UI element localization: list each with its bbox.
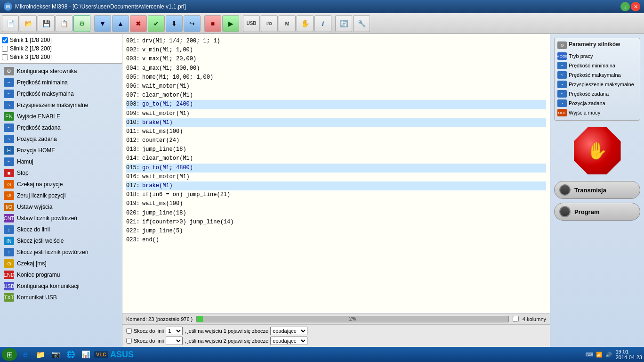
code-line-14[interactable]: 015:go_to(M1; 4800): [126, 164, 546, 173]
line-code-19: jump_line(18): [142, 209, 186, 218]
cmd-item-7[interactable]: HPozycja HOME: [2, 145, 120, 156]
cmd-item-16[interactable]: ↑Skocz jeśli licznik powtórzeń: [2, 247, 120, 258]
code-line-3[interactable]: 004:a_max(M1; 300,00): [126, 64, 546, 73]
task3-icon[interactable]: 📷: [49, 348, 62, 361]
param-tryb[interactable]: MODE Tryb pracy: [557, 51, 637, 61]
code-line-6[interactable]: 007:clear_motor(M1): [126, 91, 546, 100]
cmd-item-14[interactable]: ↕Skocz do linii: [2, 224, 120, 235]
code-line-18[interactable]: 019:wait_ms(100): [126, 199, 546, 208]
code-line-11[interactable]: 012:counter(24): [126, 136, 546, 145]
jump-1-edge-select[interactable]: opadające narastające: [270, 327, 307, 335]
browser-icon[interactable]: 🌐: [64, 348, 77, 361]
stop-sq-button[interactable]: ■: [204, 15, 221, 32]
cmd-item-6[interactable]: ~Pozycja zadana: [2, 133, 120, 145]
code-line-10[interactable]: 011:wait_ms(100): [126, 127, 546, 136]
cmd-item-5[interactable]: ~Prędkość zadana: [2, 122, 120, 133]
code-line-21[interactable]: 022:jump_line(5): [126, 227, 546, 236]
code-line-19[interactable]: 020:jump_line(18): [126, 209, 546, 218]
code-line-5[interactable]: 006:wait_motor(M1): [126, 82, 546, 91]
code-line-17[interactable]: 018:if(in6 = on) jump_line(21): [126, 190, 546, 199]
settings-button[interactable]: 🔧: [353, 15, 370, 32]
play-button[interactable]: ▶: [222, 15, 239, 32]
param-amax[interactable]: ~ Przyspieszenie maksymalne: [557, 80, 637, 89]
code-line-13[interactable]: 014:clear_motor(M1): [126, 154, 546, 163]
cmd-item-0[interactable]: ⚙Konfiguracja sterownika: [2, 66, 120, 77]
start-button[interactable]: ⊞: [2, 348, 17, 361]
open-button[interactable]: 📂: [20, 15, 37, 32]
cmd-item-18[interactable]: ENDKoniec programu: [2, 269, 120, 280]
cmd-item-20[interactable]: TXTKomunikat USB: [2, 292, 120, 303]
cmd-item-15[interactable]: INSkocz jeśli wejście: [2, 235, 120, 247]
param-vmax[interactable]: ~ Prędkość maksymalna: [557, 70, 637, 80]
code-line-7[interactable]: 008:go_to(M1; 2400): [126, 100, 546, 109]
new-button[interactable]: 📄: [2, 15, 19, 32]
close-button[interactable]: ✕: [631, 2, 640, 11]
jump-2-line-select[interactable]: [166, 337, 183, 345]
cmd-item-2[interactable]: ~Prędkość maksymalna: [2, 88, 120, 99]
usb-button[interactable]: USB: [243, 15, 260, 32]
info-button[interactable]: i: [314, 15, 331, 32]
stop-red-button[interactable]: ✖: [130, 15, 147, 32]
motor-3-checkbox[interactable]: [2, 54, 8, 60]
arrow-up-button[interactable]: ▲: [112, 15, 129, 32]
save-button[interactable]: 💾: [38, 15, 55, 32]
columns-checkbox[interactable]: [513, 316, 519, 322]
param-out[interactable]: OUT Wyjścia mocy: [557, 108, 637, 117]
code-line-9[interactable]: 010:brake(M1): [126, 118, 546, 127]
param-vset[interactable]: ~ Prędkość zadana: [557, 89, 637, 99]
emergency-stop-button[interactable]: ✋: [574, 127, 621, 174]
code-line-22[interactable]: 023:end(): [126, 236, 546, 245]
arrow-down-button[interactable]: ▼: [94, 15, 111, 32]
cmd-item-4[interactable]: ENWyjście ENABLE: [2, 111, 120, 122]
program-button[interactable]: Program: [554, 203, 640, 221]
ie-icon[interactable]: e: [19, 348, 32, 361]
cmd-item-1[interactable]: ~Prędkość minimalna: [2, 77, 120, 88]
cmd-item-8[interactable]: ~Hamuj: [2, 156, 120, 167]
jump-2-checkbox[interactable]: [126, 338, 132, 344]
task5-icon[interactable]: 📊: [79, 348, 92, 361]
param-vmin[interactable]: ~ Prędkość minimalna: [557, 61, 637, 70]
hand-button[interactable]: ✋: [297, 15, 314, 32]
save-as-button[interactable]: 📋: [56, 15, 72, 32]
cmd-label-4: Wyjście ENABLE: [17, 113, 60, 120]
jump-1-checkbox[interactable]: [126, 328, 132, 334]
download-button[interactable]: ⬇: [166, 15, 183, 32]
code-line-20[interactable]: 021:if(counter>0) jump_line(14): [126, 218, 546, 227]
motor-button[interactable]: M: [279, 15, 296, 32]
transmisja-button[interactable]: Transmisja: [554, 181, 640, 199]
minimize-button[interactable]: ↓: [620, 2, 630, 11]
cmd-item-12[interactable]: I/OUstaw wyjścia: [2, 201, 120, 213]
right-panel: ⚙ Parametry silników MODE Tryb pracy ~ P…: [550, 34, 644, 347]
upload-button[interactable]: ↪: [184, 15, 201, 32]
check-button[interactable]: ✔: [148, 15, 165, 32]
param-pos[interactable]: ~ Pozycja zadana: [557, 99, 637, 108]
cmd-item-3[interactable]: ~Przyspieszenie maksymalne: [2, 99, 120, 111]
code-line-8[interactable]: 009:wait_motor(M1): [126, 109, 546, 118]
program-indicator: [559, 206, 571, 217]
cmd-item-17[interactable]: ⊙Czekaj [ms]: [2, 258, 120, 269]
cmd-item-19[interactable]: USBKonfiguracja komunikacji: [2, 280, 120, 292]
cmd-item-10[interactable]: ⊙Czekaj na pozycje: [2, 179, 120, 190]
line-code-7: go_to(M1; 2400): [142, 100, 193, 109]
code-line-12[interactable]: 013:jump_line(18): [126, 145, 546, 154]
cmd-item-9[interactable]: ■Stop: [2, 167, 120, 179]
explorer-icon[interactable]: 📁: [34, 348, 47, 361]
jump-2-edge-select[interactable]: opadające narastające: [270, 337, 307, 345]
cmd-icon-8: ~: [4, 157, 14, 166]
code-line-2[interactable]: 003:v_max(M1; 20,00): [126, 55, 546, 64]
refresh-button[interactable]: 🔄: [335, 15, 352, 32]
cmd-item-11[interactable]: ↺Zeruj licznik pozycji: [2, 190, 120, 201]
code-line-0[interactable]: 001:drv(M1; 1/4; 200; 1; 1): [126, 37, 546, 46]
code-line-1[interactable]: 002:v_min(M1; 1,00): [126, 46, 546, 55]
motor-1-checkbox[interactable]: [2, 37, 8, 43]
line-num-10: 011:: [126, 127, 140, 136]
code-line-15[interactable]: 016:wait_motor(M1): [126, 173, 546, 181]
jump-1-line-select[interactable]: 1: [166, 327, 183, 335]
cmd-item-13[interactable]: CNTUstaw licznik powtórzeń: [2, 213, 120, 224]
code-line-4[interactable]: 005:home(M1; 10,00; 1,00): [126, 73, 546, 82]
compile-button[interactable]: ⚙: [73, 15, 90, 32]
code-editor[interactable]: 001:drv(M1; 1/4; 200; 1; 1)002:v_min(M1;…: [122, 34, 550, 313]
code-line-16[interactable]: 017:brake(M1): [126, 181, 546, 190]
io-button[interactable]: I/O: [261, 15, 278, 32]
motor-2-checkbox[interactable]: [2, 46, 8, 52]
